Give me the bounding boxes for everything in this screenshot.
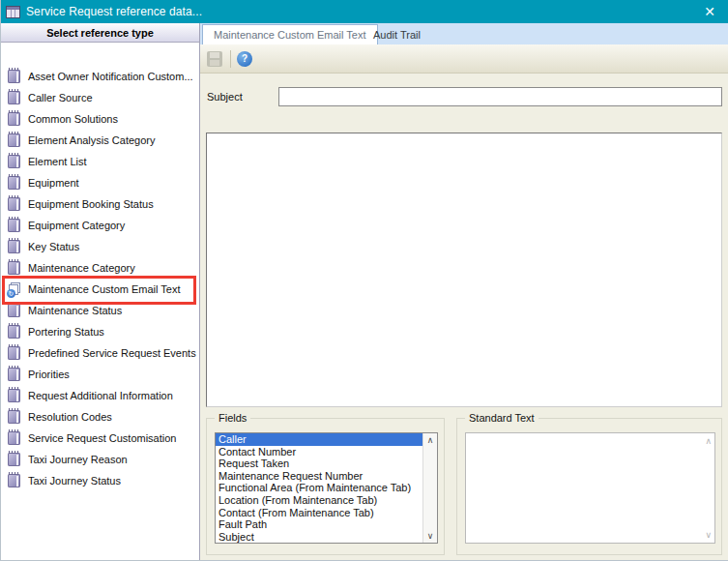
sidebar-item-label: Maintenance Category (28, 262, 135, 274)
sidebar-item-label: Element List (28, 156, 87, 167)
fields-scrollbar[interactable]: ∧ ∨ (422, 433, 437, 543)
standard-text-group-title: Standard Text (465, 412, 539, 424)
scroll-down-icon[interactable]: ∨ (423, 529, 437, 543)
tab-strip: Maintenance Custom Email Text Audit Trai… (200, 23, 728, 44)
sidebar-item-label: Equipment Booking Status (28, 198, 154, 210)
sidebar-item-portering-status[interactable]: Portering Status (1, 321, 198, 342)
field-item-contact-number[interactable]: Contact Number (216, 446, 422, 458)
sidebar-item-service-request-customisation[interactable]: Service Request Customisation (1, 428, 198, 449)
reference-type-icon (8, 410, 20, 424)
field-item-request-taken[interactable]: Request Taken (216, 458, 422, 470)
subject-label: Subject (207, 91, 243, 103)
field-item-fault-path[interactable]: Fault Path (216, 518, 422, 531)
subject-input[interactable] (278, 87, 722, 106)
sidebar-item-maintenance-category[interactable]: Maintenance Category (1, 257, 198, 279)
sidebar-item-label: Request Additional Information (28, 390, 173, 401)
reference-type-icon (8, 219, 20, 232)
reference-type-icon (8, 474, 20, 487)
sidebar-item-key-status[interactable]: Key Status (1, 236, 198, 257)
reference-type-icon (8, 176, 20, 190)
reference-type-icon (8, 261, 20, 275)
fields-group-title: Fields (215, 412, 250, 424)
reference-type-icon (8, 133, 20, 147)
sidebar-item-label: Equipment (28, 177, 79, 189)
sidebar-item-asset-owner-notification[interactable]: Asset Owner Notification Custom... (1, 66, 198, 87)
sidebar-item-label: Service Request Customisation (28, 432, 176, 444)
sidebar-item-request-additional-information[interactable]: Request Additional Information (1, 385, 198, 406)
service-request-reference-window: Service Request reference data... ✕ Sele… (0, 0, 728, 561)
reference-type-icon (8, 304, 20, 317)
field-item-functional-area[interactable]: Functional Area (From Maintenance Tab) (216, 482, 422, 494)
reference-type-icon (8, 325, 20, 339)
sidebar-header: Select reference type (1, 23, 199, 43)
standard-text-groupbox: Standard Text ∧ ∨ (456, 418, 722, 555)
titlebar: Service Request reference data... ✕ (1, 0, 728, 23)
field-item-location[interactable]: Location (From Maintenance Tab) (216, 494, 422, 507)
scroll-up-icon[interactable]: ∧ (423, 433, 437, 447)
sidebar-item-label: Taxi Journey Status (28, 475, 121, 487)
sidebar-item-taxi-journey-reason[interactable]: Taxi Journey Reason (1, 449, 198, 470)
reference-data-table-icon (6, 6, 20, 18)
reference-type-icon (8, 91, 20, 104)
reference-type-icon (8, 389, 20, 402)
field-item-contact[interactable]: Contact (From Maintenance Tab) (216, 507, 422, 519)
help-icon[interactable]: ? (237, 51, 252, 67)
sidebar-item-equipment[interactable]: Equipment (1, 172, 198, 193)
sidebar-item-resolution-codes[interactable]: Resolution Codes (1, 406, 198, 428)
reference-type-list: Asset Owner Notification Custom... Calle… (1, 44, 198, 561)
toolbar-separator (230, 50, 231, 68)
reference-type-icon (8, 112, 20, 126)
sidebar-item-element-list[interactable]: Element List (1, 151, 198, 172)
sidebar-item-label: Resolution Codes (28, 411, 112, 423)
reference-type-icon (8, 240, 20, 253)
sidebar-item-element-analysis-category[interactable]: Element Analysis Category (1, 130, 198, 151)
sidebar-item-label: Element Analysis Category (28, 134, 155, 146)
reference-type-icon (8, 431, 20, 445)
email-body-textarea[interactable] (206, 133, 722, 407)
sidebar-item-label: Equipment Category (28, 220, 125, 231)
sidebar-item-equipment-category[interactable]: Equipment Category (1, 215, 198, 236)
window-title: Service Request reference data... (26, 5, 202, 18)
sidebar-item-equipment-booking-status[interactable]: Equipment Booking Status (1, 193, 198, 215)
sidebar-item-label: Taxi Journey Reason (28, 454, 128, 465)
save-icon[interactable] (207, 51, 222, 67)
sidebar-item-label: Asset Owner Notification Custom... (28, 71, 193, 82)
field-item-caller[interactable]: Caller (216, 433, 422, 446)
sidebar-item-label: Maintenance Status (28, 305, 122, 316)
sidebar-item-predefined-service-request-events[interactable]: Predefined Service Request Events (1, 342, 198, 364)
sidebar-item-common-solutions[interactable]: Common Solutions (1, 108, 198, 130)
tab-audit-trail[interactable]: Audit Trail (363, 24, 431, 44)
close-icon[interactable]: ✕ (698, 0, 721, 23)
custom-email-text-icon: ↻ (8, 282, 21, 296)
sidebar-item-caller-source[interactable]: Caller Source (1, 87, 198, 108)
reference-type-icon (8, 197, 20, 211)
tab-maintenance-custom-email-text[interactable]: Maintenance Custom Email Text (202, 24, 378, 44)
sidebar-item-maintenance-status[interactable]: Maintenance Status (1, 300, 198, 321)
reference-type-icon (8, 155, 20, 168)
field-item-maintenance-request-number[interactable]: Maintenance Request Number (216, 470, 422, 483)
sidebar-item-label: Caller Source (28, 92, 93, 103)
sidebar-item-label: Priorities (28, 369, 70, 380)
fields-groupbox: Fields Caller Contact Number Request Tak… (206, 418, 445, 555)
reference-type-icon (8, 346, 20, 360)
sidebar-item-label: Common Solutions (28, 113, 118, 125)
sidebar-item-maintenance-custom-email-text[interactable]: ↻ Maintenance Custom Email Text (1, 279, 198, 300)
sidebar-item-taxi-journey-status[interactable]: Taxi Journey Status (1, 470, 198, 491)
fields-listbox[interactable]: Caller Contact Number Request Taken Main… (215, 432, 438, 544)
sidebar-item-label: Predefined Service Request Events (28, 347, 196, 359)
sidebar-item-label: Maintenance Custom Email Text (28, 283, 181, 295)
reference-type-icon (8, 453, 20, 466)
reference-type-sidebar: Select reference type Asset Owner Notifi… (1, 23, 200, 561)
reference-type-icon (8, 368, 20, 381)
sidebar-item-priorities[interactable]: Priorities (1, 364, 198, 385)
sidebar-item-label: Portering Status (28, 326, 104, 338)
sidebar-item-label: Key Status (28, 241, 79, 252)
field-item-subject[interactable]: Subject (216, 531, 422, 544)
reference-type-icon (8, 70, 20, 83)
scroll-up-icon: ∧ (705, 436, 712, 446)
scroll-down-icon: ∨ (705, 530, 712, 540)
toolbar: ? (200, 44, 728, 74)
standard-text-listbox[interactable]: ∧ ∨ (465, 432, 715, 544)
